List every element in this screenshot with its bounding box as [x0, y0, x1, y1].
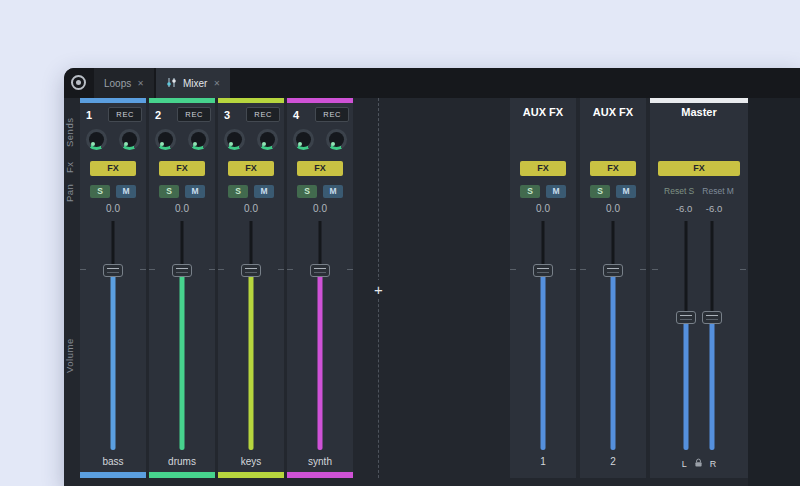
mute-button[interactable]: M	[116, 185, 136, 198]
record-arm-button[interactable]: REC	[177, 107, 211, 122]
add-channel-button[interactable]: +	[369, 280, 388, 299]
channel-number: 2	[155, 109, 161, 121]
link-lock-icon[interactable]	[694, 458, 703, 470]
fx-button[interactable]: FX	[520, 161, 566, 176]
fader-handle[interactable]	[172, 264, 192, 277]
master-lr-row: L R	[650, 456, 748, 472]
spacer	[650, 122, 748, 155]
fader-handle[interactable]	[603, 264, 623, 277]
fader-fill	[318, 270, 323, 450]
fx-button[interactable]: FX	[228, 161, 274, 176]
channel-strip-bass: 1 REC FX S M 0.0	[80, 98, 146, 478]
master-fader-area[interactable]	[650, 219, 748, 456]
record-arm-button[interactable]: REC	[108, 107, 142, 122]
fader-fill	[611, 270, 616, 450]
record-arm-button[interactable]: REC	[315, 107, 349, 122]
fader-tick	[140, 269, 146, 270]
send-knob-1[interactable]	[224, 129, 245, 150]
fx-button[interactable]: FX	[159, 161, 205, 176]
aux-channel-1: AUX FX FX S M 0.0 1	[510, 98, 576, 478]
desktop-background: Loops ✕ Mixer ✕ Sends Fx Pan Volume	[0, 0, 800, 486]
master-fader-handle-right[interactable]	[702, 311, 722, 324]
send-knob-2[interactable]	[119, 129, 140, 150]
fader-handle[interactable]	[533, 264, 553, 277]
fader-fill	[249, 270, 254, 450]
solo-button[interactable]: S	[90, 185, 110, 198]
sends-row	[218, 123, 284, 155]
solo-button[interactable]: S	[159, 185, 179, 198]
fx-button[interactable]: FX	[90, 161, 136, 176]
volume-value: 0.0	[580, 201, 646, 219]
master-fader-handle-left[interactable]	[676, 311, 696, 324]
mute-button[interactable]: M	[185, 185, 205, 198]
channel-number: 1	[86, 109, 92, 121]
reset-solo-button[interactable]: Reset S	[664, 186, 694, 196]
send-knob-1[interactable]	[86, 129, 107, 150]
fader-handle[interactable]	[103, 264, 123, 277]
master-fader-right[interactable]	[699, 219, 725, 456]
fader-tick	[580, 269, 586, 270]
mute-button[interactable]: M	[616, 185, 636, 198]
send-knob-1[interactable]	[293, 129, 314, 150]
channel-color-strip-bottom	[149, 472, 215, 478]
mixer-panel: Sends Fx Pan Volume 1 REC FX	[64, 98, 800, 486]
mute-button[interactable]: M	[546, 185, 566, 198]
channel-header: 4 REC	[287, 103, 353, 123]
spacer	[580, 122, 646, 155]
fx-button[interactable]: FX	[658, 161, 740, 176]
fx-button[interactable]: FX	[297, 161, 343, 176]
tab-mixer[interactable]: Mixer ✕	[156, 68, 230, 98]
send-knob-1[interactable]	[155, 129, 176, 150]
fader-tick	[278, 269, 284, 270]
channel-name: drums	[149, 456, 215, 472]
volume-fader[interactable]	[218, 219, 284, 456]
channel-header: 1 REC	[80, 103, 146, 123]
tab-label: Loops	[104, 78, 131, 89]
fader-handle[interactable]	[241, 264, 261, 277]
right-empty-panel	[748, 98, 800, 486]
fader-tick	[510, 269, 516, 270]
master-values: -6.0 -6.0	[650, 201, 748, 219]
volume-fader[interactable]	[510, 219, 576, 456]
solo-button[interactable]: S	[590, 185, 610, 198]
record-arm-button[interactable]: REC	[246, 107, 280, 122]
fader-handle[interactable]	[310, 264, 330, 277]
close-icon[interactable]: ✕	[213, 79, 220, 88]
volume-value: 0.0	[80, 201, 146, 219]
master-fader-left[interactable]	[673, 219, 699, 456]
aux-title: AUX FX	[580, 106, 646, 122]
volume-fader[interactable]	[287, 219, 353, 456]
mixer-sliders-icon	[166, 77, 177, 90]
send-knob-2[interactable]	[257, 129, 278, 150]
fader-tick	[149, 269, 155, 270]
channel-name: keys	[218, 456, 284, 472]
send-knob-2[interactable]	[326, 129, 347, 150]
master-title: Master	[650, 106, 748, 122]
solo-button[interactable]: S	[520, 185, 540, 198]
fader-tick	[209, 269, 215, 270]
solo-button[interactable]: S	[228, 185, 248, 198]
aux-title: AUX FX	[510, 106, 576, 122]
fx-button[interactable]: FX	[590, 161, 636, 176]
channel-color-strip-bottom	[80, 472, 146, 478]
fader-tick	[347, 269, 353, 270]
app-logo-icon[interactable]	[71, 75, 86, 90]
send-knob-2[interactable]	[188, 129, 209, 150]
volume-fader[interactable]	[80, 219, 146, 456]
close-icon[interactable]: ✕	[137, 79, 144, 88]
mute-button[interactable]: M	[254, 185, 274, 198]
fader-tick	[740, 269, 746, 270]
channel-strips: 1 REC FX S M 0.0	[80, 98, 353, 478]
daw-window: Loops ✕ Mixer ✕ Sends Fx Pan Volume	[64, 68, 800, 486]
channel-header: 3 REC	[218, 103, 284, 123]
tab-loops[interactable]: Loops ✕	[94, 68, 154, 98]
master-channel: Master FX Reset S Reset M -6.0 -6.0	[650, 98, 748, 478]
volume-fader[interactable]	[580, 219, 646, 456]
channel-header: 2 REC	[149, 103, 215, 123]
solo-button[interactable]: S	[297, 185, 317, 198]
reset-mute-button[interactable]: Reset M	[702, 186, 734, 196]
mute-button[interactable]: M	[323, 185, 343, 198]
master-label-left: L	[682, 459, 687, 469]
fader-fill	[541, 270, 546, 450]
volume-fader[interactable]	[149, 219, 215, 456]
